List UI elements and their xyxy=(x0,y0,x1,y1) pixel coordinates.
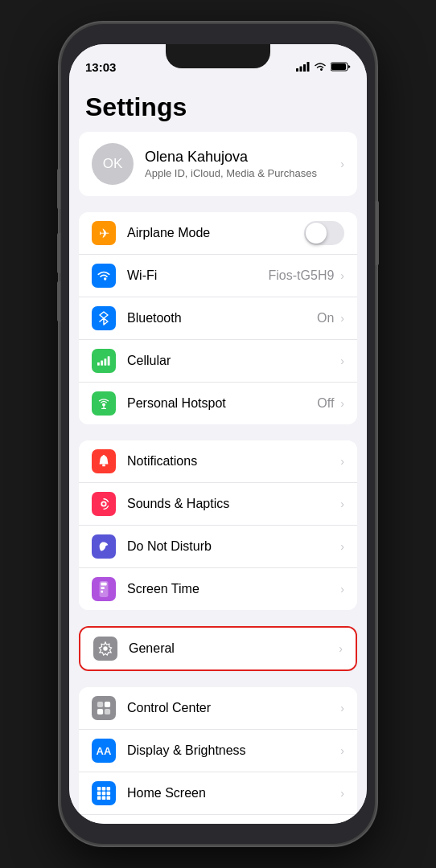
hotspot-chevron: › xyxy=(340,397,344,410)
cellular-icon xyxy=(92,349,116,373)
display-section: Control Center › AA Display & Brightness… xyxy=(79,687,357,824)
svg-rect-22 xyxy=(97,702,103,707)
status-icons xyxy=(296,62,351,72)
status-bar: 13:03 xyxy=(69,44,367,80)
homescreen-row[interactable]: Home Screen › xyxy=(79,772,357,815)
wifi-row[interactable]: Wi-Fi Fios-tG5H9 › xyxy=(79,255,357,297)
avatar: OK xyxy=(92,143,134,185)
general-section: General › xyxy=(79,626,357,671)
svg-rect-5 xyxy=(331,63,346,70)
hotspot-row[interactable]: Personal Hotspot Off › xyxy=(79,383,357,424)
hotspot-value: Off xyxy=(317,396,334,411)
control-center-chevron: › xyxy=(340,702,344,714)
svg-rect-33 xyxy=(102,796,106,800)
airplane-mode-icon: ✈ xyxy=(92,221,116,245)
svg-rect-18 xyxy=(101,583,106,586)
sounds-row[interactable]: Sounds & Haptics › xyxy=(79,483,357,526)
wifi-value: Fios-tG5H9 xyxy=(269,268,335,283)
homescreen-chevron: › xyxy=(340,787,344,800)
hotspot-label: Personal Hotspot xyxy=(127,396,317,411)
display-icon: AA xyxy=(92,739,116,763)
svg-rect-32 xyxy=(97,796,101,800)
svg-rect-0 xyxy=(296,68,298,72)
svg-rect-9 xyxy=(108,356,110,365)
bluetooth-svg-icon xyxy=(98,311,109,326)
display-icon-text: AA xyxy=(97,745,112,757)
svg-rect-8 xyxy=(104,358,106,365)
page-title: Settings xyxy=(69,80,367,132)
svg-rect-2 xyxy=(303,64,306,72)
svg-point-16 xyxy=(102,502,105,506)
dnd-icon xyxy=(92,534,116,559)
display-chevron: › xyxy=(340,744,344,757)
screen: 13:03 xyxy=(69,44,367,824)
svg-rect-29 xyxy=(97,792,101,796)
sounds-chevron: › xyxy=(340,497,344,510)
bluetooth-row[interactable]: Bluetooth On › xyxy=(79,297,357,340)
signal-icon xyxy=(296,62,310,72)
toggle-knob xyxy=(306,223,327,244)
svg-rect-19 xyxy=(101,587,105,589)
control-center-svg-icon xyxy=(97,701,111,715)
hotspot-icon xyxy=(92,391,116,416)
hotspot-svg-icon xyxy=(97,397,111,410)
svg-rect-30 xyxy=(102,792,106,796)
general-svg-icon xyxy=(98,641,113,656)
settings-content: Settings OK Olena Kahujova Apple ID, iCl… xyxy=(69,80,367,824)
screentime-svg-icon xyxy=(97,581,110,597)
svg-rect-13 xyxy=(102,465,105,467)
battery-icon xyxy=(331,62,351,72)
svg-rect-27 xyxy=(102,787,106,791)
airplane-mode-toggle[interactable] xyxy=(304,221,344,245)
cellular-chevron: › xyxy=(340,354,344,367)
svg-rect-28 xyxy=(107,787,111,791)
notch xyxy=(166,44,270,68)
svg-rect-3 xyxy=(307,62,310,72)
display-row[interactable]: AA Display & Brightness › xyxy=(79,730,357,772)
display-label: Display & Brightness xyxy=(127,743,339,758)
cellular-label: Cellular xyxy=(127,354,339,368)
notifications-section: Notifications › Sounds & Haptics › xyxy=(79,440,357,610)
notifications-label: Notifications xyxy=(127,454,339,469)
profile-chevron: › xyxy=(340,158,344,170)
control-center-row[interactable]: Control Center › xyxy=(79,687,357,730)
notifications-row[interactable]: Notifications › xyxy=(79,440,357,483)
notifications-svg-icon xyxy=(97,454,111,469)
homescreen-label: Home Screen xyxy=(127,786,339,800)
bluetooth-value: On xyxy=(317,311,334,326)
screentime-icon xyxy=(92,577,116,601)
svg-rect-20 xyxy=(101,591,103,593)
airplane-mode-row[interactable]: ✈ Airplane Mode xyxy=(79,212,357,255)
general-row[interactable]: General › xyxy=(80,628,356,669)
general-icon xyxy=(93,637,117,661)
screentime-row[interactable]: Screen Time › xyxy=(79,568,357,610)
sounds-svg-icon xyxy=(97,497,111,511)
svg-rect-26 xyxy=(97,787,101,791)
wifi-label: Wi-Fi xyxy=(127,268,269,283)
svg-rect-34 xyxy=(107,796,111,800)
profile-info: Olena Kahujova Apple ID, iCloud, Media &… xyxy=(145,149,327,179)
general-label: General xyxy=(129,641,337,656)
screentime-chevron: › xyxy=(340,583,344,596)
control-center-label: Control Center xyxy=(127,701,339,715)
dnd-svg-icon xyxy=(97,539,111,554)
connectivity-section: ✈ Airplane Mode xyxy=(79,212,357,424)
bluetooth-label: Bluetooth xyxy=(127,311,317,326)
wifi-icon xyxy=(92,264,116,288)
screentime-label: Screen Time xyxy=(127,582,339,596)
profile-row[interactable]: OK Olena Kahujova Apple ID, iCloud, Medi… xyxy=(79,132,357,196)
wifi-chevron: › xyxy=(340,269,344,282)
wifi-status-icon xyxy=(314,62,327,72)
accessibility-row[interactable]: Accessibility › xyxy=(79,815,357,824)
dnd-row[interactable]: Do Not Disturb › xyxy=(79,526,357,568)
wifi-row-icon xyxy=(97,270,111,281)
airplane-mode-label: Airplane Mode xyxy=(127,226,304,240)
cellular-row[interactable]: Cellular › xyxy=(79,340,357,383)
profile-name: Olena Kahujova xyxy=(145,149,327,166)
notifications-chevron: › xyxy=(340,455,344,468)
dnd-label: Do Not Disturb xyxy=(127,539,339,554)
status-time: 13:03 xyxy=(85,60,116,74)
profile-section[interactable]: OK Olena Kahujova Apple ID, iCloud, Medi… xyxy=(79,132,357,196)
svg-rect-1 xyxy=(300,67,302,72)
svg-rect-24 xyxy=(97,709,103,714)
